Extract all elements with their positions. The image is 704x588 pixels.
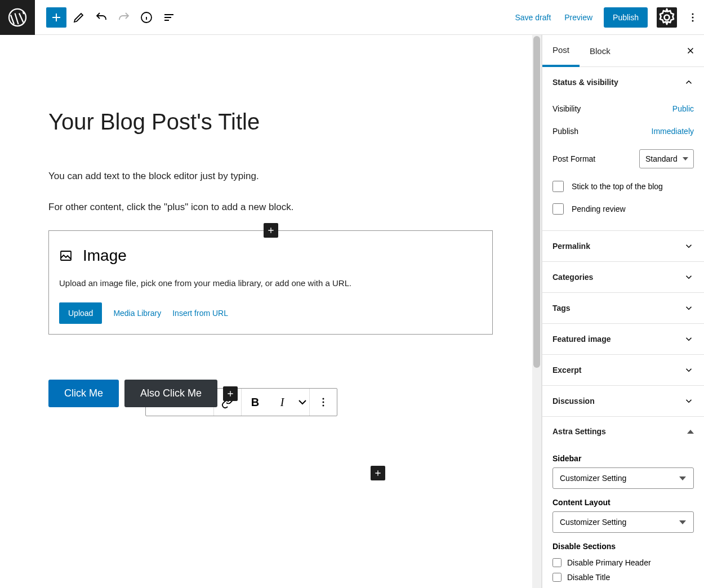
chevron-down-icon <box>684 396 694 406</box>
image-block-actions: Upload Media Library Insert from URL <box>59 302 482 324</box>
panel-header-excerpt[interactable]: Excerpt <box>542 355 704 385</box>
panel-discussion: Discussion <box>542 386 704 417</box>
tool-group-left <box>35 7 179 28</box>
panel-status-visibility: Status & visibility Visibility Public Pu… <box>542 67 704 231</box>
redo-icon <box>117 11 131 24</box>
pencil-icon <box>72 11 86 24</box>
panel-tags: Tags <box>542 293 704 324</box>
post-title[interactable]: Your Blog Post's Title <box>48 109 493 135</box>
disable-title-checkbox[interactable] <box>552 573 562 582</box>
panel-header-permalink[interactable]: Permalink <box>542 231 704 261</box>
insert-from-url-button[interactable]: Insert from URL <box>172 309 228 318</box>
outline-button[interactable] <box>159 7 179 28</box>
paragraph-1[interactable]: You can add text to the block editor jus… <box>48 168 493 184</box>
stick-checkbox-row[interactable]: Stick to the top of the blog <box>552 175 694 198</box>
image-block-placeholder[interactable]: Image Upload an image file, pick one fro… <box>48 230 493 335</box>
chevron-down-icon <box>684 241 694 251</box>
visibility-value[interactable]: Public <box>672 104 694 113</box>
top-right-actions: Save draft Preview Publish <box>513 7 704 28</box>
chevron-up-icon <box>684 77 694 87</box>
chevron-down-icon <box>684 303 694 313</box>
pending-checkbox-row[interactable]: Pending review <box>552 198 694 220</box>
panel-astra-settings: Astra Settings Sidebar Customizer Settin… <box>542 417 704 588</box>
kebab-icon <box>686 11 699 24</box>
astra-disable-label: Disable Sections <box>552 542 694 551</box>
panel-header-featured[interactable]: Featured image <box>542 324 704 354</box>
add-button-inline[interactable] <box>223 386 238 401</box>
editor-scrollbar[interactable] <box>532 35 541 588</box>
panel-title-discussion: Discussion <box>552 397 595 406</box>
redo-button[interactable] <box>114 7 134 28</box>
disable-title-label: Disable Title <box>567 573 610 582</box>
editor-canvas[interactable]: Your Blog Post's Title You can add text … <box>6 42 536 549</box>
panel-excerpt: Excerpt <box>542 355 704 386</box>
plus-icon <box>266 226 275 235</box>
disable-header-label: Disable Primary Header <box>567 558 651 567</box>
tab-block[interactable]: Block <box>580 35 621 66</box>
panel-categories: Categories <box>542 262 704 293</box>
settings-button[interactable] <box>657 7 677 28</box>
panel-header-discussion[interactable]: Discussion <box>542 386 704 416</box>
panel-header-status[interactable]: Status & visibility <box>542 67 704 97</box>
panel-title-status: Status & visibility <box>552 78 618 87</box>
publish-button[interactable]: Publish <box>604 7 648 28</box>
svg-point-4 <box>692 16 694 18</box>
demo-button-2[interactable]: Also Click Me <box>124 380 217 407</box>
panel-header-categories[interactable]: Categories <box>542 262 704 292</box>
panel-body-status: Visibility Public Publish Immediately Po… <box>542 97 704 230</box>
panel-header-astra[interactable]: Astra Settings <box>542 417 704 446</box>
panel-header-tags[interactable]: Tags <box>542 293 704 323</box>
upload-button[interactable]: Upload <box>59 302 102 324</box>
media-library-button[interactable]: Media Library <box>113 309 161 318</box>
undo-button[interactable] <box>91 7 112 28</box>
post-format-select[interactable]: Standard <box>639 149 694 168</box>
close-sidebar-button[interactable] <box>681 42 699 60</box>
add-block-after-button[interactable] <box>371 466 385 480</box>
svg-point-3 <box>692 13 694 15</box>
panel-permalink: Permalink <box>542 231 704 262</box>
astra-sidebar-label: Sidebar <box>552 454 694 463</box>
add-block-button[interactable] <box>46 7 66 28</box>
publish-row: Publish Immediately <box>552 120 694 142</box>
panel-title-categories: Categories <box>552 273 593 282</box>
disable-header-checkbox[interactable] <box>552 558 562 567</box>
chevron-down-icon <box>684 334 694 344</box>
edit-tool-button[interactable] <box>69 7 89 28</box>
pending-checkbox[interactable] <box>552 203 564 215</box>
astra-content-select[interactable]: Customizer Setting <box>552 511 694 533</box>
publish-value[interactable]: Immediately <box>652 127 694 136</box>
paragraph-2[interactable]: For other content, click the "plus" icon… <box>48 199 493 215</box>
panel-title-astra: Astra Settings <box>552 427 606 436</box>
list-icon <box>162 11 176 24</box>
panel-title-excerpt: Excerpt <box>552 366 581 375</box>
astra-sidebar-select[interactable]: Customizer Setting <box>552 467 694 489</box>
astra-body: Sidebar Customizer Setting Content Layou… <box>542 446 704 588</box>
svg-rect-6 <box>61 251 71 260</box>
plus-icon <box>373 469 382 478</box>
svg-point-5 <box>692 20 694 21</box>
pending-label: Pending review <box>572 204 626 213</box>
post-format-label: Post Format <box>552 154 595 163</box>
more-options-button[interactable] <box>686 7 699 28</box>
demo-button-1[interactable]: Click Me <box>48 380 119 407</box>
triangle-up-icon <box>687 430 694 434</box>
info-button[interactable] <box>136 7 157 28</box>
stick-checkbox[interactable] <box>552 181 564 192</box>
save-draft-button[interactable]: Save draft <box>513 8 553 26</box>
settings-sidebar: Post Block Status & visibility Visibilit… <box>542 35 704 588</box>
sidebar-tabs: Post Block <box>542 35 704 67</box>
buttons-block[interactable]: Click Me Also Click Me <box>48 380 493 407</box>
add-block-before-button[interactable] <box>264 223 278 238</box>
disable-title-row[interactable]: Disable Title <box>552 570 694 585</box>
editor-area: Your Blog Post's Title You can add text … <box>0 35 542 588</box>
tab-post[interactable]: Post <box>542 35 580 67</box>
info-icon <box>140 11 153 24</box>
panel-title-featured: Featured image <box>552 335 611 344</box>
publish-label: Publish <box>552 127 578 136</box>
panel-featured-image: Featured image <box>542 324 704 355</box>
panel-title-permalink: Permalink <box>552 242 590 251</box>
preview-button[interactable]: Preview <box>562 8 595 26</box>
disable-header-row[interactable]: Disable Primary Header <box>552 555 694 570</box>
wordpress-logo[interactable] <box>0 0 35 35</box>
gear-icon <box>657 7 677 28</box>
